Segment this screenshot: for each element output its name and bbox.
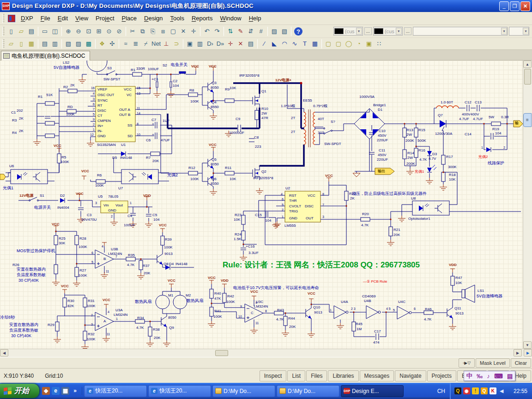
hscroll-thumb[interactable] [215,350,228,356]
zoom-out-icon[interactable]: ⊖ [73,26,84,36]
mask-level-button[interactable]: Mask Level [476,358,510,368]
port-icon[interactable]: D› [205,39,215,48]
pie-icon[interactable]: ◔ [354,39,364,48]
save-icon[interactable]: ▤ [26,26,36,36]
smart-paste-icon[interactable]: ∷ [374,39,384,48]
tray-icon[interactable]: K [490,387,496,394]
toolbar-grip[interactable] [2,39,5,48]
zoom-document-icon[interactable]: ⊞ [94,26,104,36]
tab-schematic-document[interactable]: 电鱼机原理图(自制).SCHDOC [1,51,90,60]
wand-icon[interactable]: ✎ [236,26,246,36]
round-rectangle-icon[interactable]: ▢ [333,39,344,48]
scale-combo[interactable]: ▾ [509,27,529,36]
sheet-a-icon[interactable]: ▤ [40,39,50,48]
tray-icon[interactable]: ◉ [463,387,470,394]
menu-view[interactable]: View [72,13,92,23]
clear-button[interactable]: Clear [511,358,531,368]
help-icon[interactable]: ? [294,27,302,36]
tray-icon[interactable]: ◀ [498,387,505,394]
panel-flyout-tab[interactable]: ≡ [523,113,532,127]
ime-toolbar[interactable]: 中‰♪⌨▤ [464,371,515,381]
color-more-button-2[interactable]: ... [404,27,411,35]
compile-icon[interactable]: ❖ [97,39,107,48]
menu-edit[interactable]: Edit [54,13,72,23]
panel-button-projects[interactable]: Projects [427,370,456,381]
filter-state-button[interactable]: ◦▶▽ [459,358,475,368]
quicklaunch-more-icon[interactable]: » [71,387,79,395]
ime-icon[interactable]: ▤ [507,373,513,380]
vscroll-thumb[interactable] [524,69,531,85]
color-combo-1[interactable]: (cus ▾ [333,27,363,36]
task-button[interactable]: D:\My Do... [212,385,275,397]
vertical-scrollbar[interactable]: ▲ ▼ [523,60,532,349]
bus-entry-icon[interactable]: ⌿ [141,39,151,48]
paste-icon[interactable]: ⎘ [148,26,158,36]
panel-button-libraries[interactable]: Libraries [328,370,358,381]
zoom-area-icon[interactable]: ⊡ [84,26,94,36]
gnd-port-icon[interactable]: ⊥ [161,39,171,48]
arc-icon[interactable]: ◠ [279,39,290,48]
color-combo-2[interactable]: (cus ▾ [373,27,403,36]
undo-icon[interactable]: ↶ [202,26,212,36]
ime-icon[interactable]: ♪ [487,373,490,380]
tray-icon[interactable]: ! [472,387,479,394]
color-more-button-1[interactable]: ... [364,27,372,35]
part-icon[interactable]: ⊃ [171,39,181,48]
save-all-icon[interactable]: ▦ [26,39,36,48]
chevron-down-icon[interactable]: ▾ [396,28,402,35]
text-string-icon[interactable]: T [300,39,310,48]
sheet-b-icon[interactable]: ▥ [50,39,60,48]
bezier-icon[interactable]: ∿ [290,39,300,48]
chevron-down-icon[interactable]: ▾ [356,28,362,35]
copy-icon[interactable]: ⧉ [138,26,148,36]
menu-tools[interactable]: Tools [167,13,188,23]
mask-b-icon[interactable]: ▧ [279,26,290,36]
bus-icon[interactable]: ≣ [131,39,141,48]
select-area-icon[interactable]: ▢ [168,26,178,36]
grid-settings-icon[interactable]: # [256,26,266,36]
menu-place[interactable]: Place [118,13,141,23]
open-project-icon[interactable]: ▱ [6,39,16,48]
rectangle-icon[interactable]: ▢ [323,39,333,48]
sheet-symbol-icon[interactable]: ▣ [185,39,195,48]
no-erc-icon[interactable]: ✕ [236,39,246,48]
ime-icon[interactable]: ⌨ [494,373,503,380]
parameter-icon[interactable]: ▤ [246,39,256,48]
redo-icon[interactable]: ↷ [212,26,222,36]
quicklaunch-ie-icon[interactable]: e [52,387,60,395]
schematic-canvas[interactable]: LS25V自激蜂鸣器S3SW-SPSTR1330R100UF+C1C2104S2… [0,60,523,349]
print-icon[interactable]: ▭ [40,26,50,36]
edit-sheet-icon[interactable]: ▨ [73,39,84,48]
print-preview-icon[interactable]: ◫ [50,26,60,36]
ime-icon[interactable]: ‰ [477,373,483,380]
restore-button[interactable]: ❐ [510,1,520,11]
task-button[interactable]: e快活王20... [84,385,147,397]
menu-reports[interactable]: Reports [188,13,217,23]
language-indicator[interactable]: CH [433,388,450,394]
scroll-right-icon[interactable]: ▶ [514,349,522,357]
new-design-icon[interactable]: ▯ [16,39,26,48]
menu-design[interactable]: Design [140,13,166,23]
tray-icon[interactable]: Q [454,387,461,394]
panel-button-navigate[interactable]: Navigate [395,370,426,381]
dxp-menu-icon[interactable] [8,15,15,22]
selection-combo[interactable]: ▾ [413,27,508,36]
minimize-button[interactable]: _ [499,1,509,11]
panel-button-files[interactable]: Files [306,370,327,381]
tray-icon[interactable]: Q [481,387,488,394]
zoom-selection-icon[interactable]: ⊙ [104,26,114,36]
zoom-in-icon[interactable]: ⊕ [63,26,73,36]
toolbar-grip[interactable] [2,14,5,23]
copy-sheet-icon[interactable]: ▧ [63,39,73,48]
menu-file[interactable]: File [37,13,54,23]
quicklaunch-desktop-icon[interactable]: ▦ [61,387,69,395]
ellipse-icon[interactable]: ◯ [344,39,354,48]
menu-dxp[interactable]: DXP [17,13,37,23]
wire-icon[interactable]: ≈ [121,39,131,48]
scroll-up-icon[interactable]: ▲ [523,60,532,68]
cut-icon[interactable]: ✂ [127,26,138,36]
filter-off-icon[interactable]: ⊘ [114,26,124,36]
menu-help[interactable]: Help [245,13,265,23]
new-document-icon[interactable]: ▯ [6,26,16,36]
sheet-entry-icon[interactable]: ▥ [195,39,205,48]
